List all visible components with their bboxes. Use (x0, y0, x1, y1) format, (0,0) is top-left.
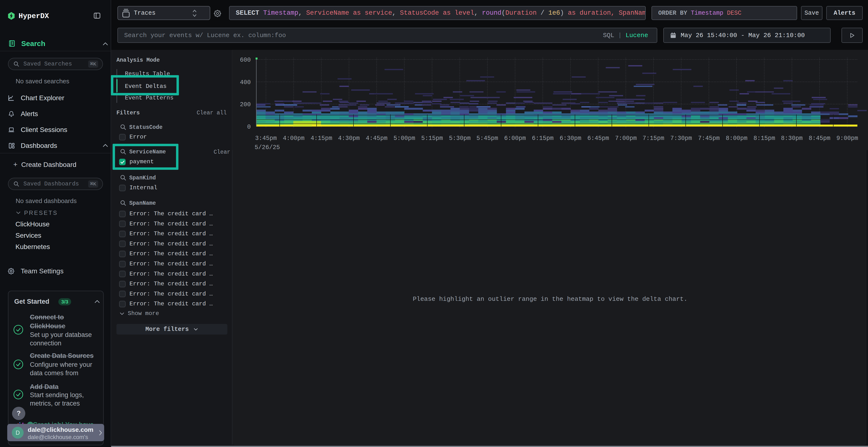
svg-text:4:30pm: 4:30pm (338, 135, 360, 142)
svg-text:400: 400 (240, 79, 251, 86)
svg-text:5:00pm: 5:00pm (394, 135, 415, 142)
svg-text:6:30pm: 6:30pm (560, 135, 581, 142)
svg-text:6:00pm: 6:00pm (504, 135, 526, 142)
svg-text:8:30pm: 8:30pm (781, 135, 803, 142)
svg-text:3:45pm: 3:45pm (255, 135, 277, 142)
svg-text:8:15pm: 8:15pm (753, 135, 775, 142)
svg-text:9:00pm: 9:00pm (836, 135, 858, 142)
svg-text:5:45pm: 5:45pm (476, 135, 498, 142)
svg-text:4:45pm: 4:45pm (366, 135, 388, 142)
svg-text:4:15pm: 4:15pm (311, 135, 332, 142)
svg-text:5:30pm: 5:30pm (449, 135, 471, 142)
svg-text:5:15pm: 5:15pm (421, 135, 443, 142)
svg-text:6:45pm: 6:45pm (587, 135, 609, 142)
svg-text:8:00pm: 8:00pm (726, 135, 747, 142)
svg-text:6:15pm: 6:15pm (532, 135, 554, 142)
svg-text:7:00pm: 7:00pm (615, 135, 637, 142)
svg-text:7:30pm: 7:30pm (670, 135, 692, 142)
svg-text:0: 0 (247, 124, 251, 131)
svg-text:600: 600 (240, 57, 251, 64)
svg-text:4:00pm: 4:00pm (283, 135, 305, 142)
svg-text:200: 200 (240, 101, 251, 108)
svg-text:8:45pm: 8:45pm (809, 135, 830, 142)
svg-text:7:15pm: 7:15pm (643, 135, 664, 142)
svg-text:7:45pm: 7:45pm (698, 135, 720, 142)
svg-text:5/26/25: 5/26/25 (255, 144, 280, 150)
